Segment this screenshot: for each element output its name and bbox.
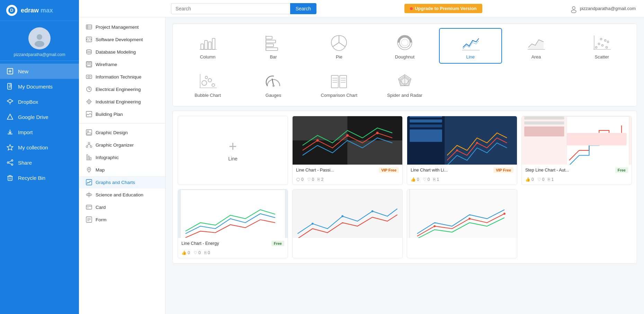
template-card-7[interactable]: Sales of Top Mobile Brands	[407, 189, 517, 258]
category-graphic-organizer[interactable]: Graphic Organizer	[79, 139, 165, 151]
svg-marker-12	[7, 114, 13, 119]
category-building-plan[interactable]: Building Plan	[79, 108, 165, 120]
sidebar-item-my-documents[interactable]: My Documents	[0, 79, 79, 94]
svg-point-16	[7, 162, 9, 163]
category-information-technique[interactable]: Information Technique	[79, 71, 165, 83]
plus-square-icon	[6, 67, 14, 75]
bp-icon	[86, 111, 92, 117]
sidebar-item-share[interactable]: Share	[0, 155, 79, 170]
template-line-energy[interactable]: Line Chart Your result here Line Chart -…	[178, 189, 288, 258]
chart-type-gauges[interactable]: Gauges	[242, 66, 305, 102]
svg-rect-58	[88, 156, 90, 160]
chart-type-column[interactable]: Column	[176, 28, 239, 64]
category-graphic-design[interactable]: Graphic Design	[79, 126, 165, 139]
sidebar-item-my-collection[interactable]: My collection	[0, 140, 79, 155]
svg-point-54	[90, 146, 92, 148]
chart-panel: Column Bar Pie	[166, 17, 644, 314]
chart-type-comparison[interactable]: Comparison Chart	[307, 66, 370, 102]
info-icon	[86, 154, 92, 160]
chart-type-scatter[interactable]: Scatter	[570, 28, 633, 64]
search-button[interactable]: Search	[290, 3, 316, 14]
chart-types-row1: Column Bar Pie	[176, 28, 633, 64]
sidebar-item-dropbox[interactable]: DropBox	[0, 94, 79, 109]
svg-rect-78	[266, 40, 276, 43]
chart-type-bubble[interactable]: Bubble Chart	[176, 66, 239, 102]
category-infographic[interactable]: Infographic	[79, 151, 165, 164]
sidebar-label-my-collection: My collection	[18, 145, 48, 150]
svg-rect-80	[266, 48, 278, 50]
svg-rect-73	[205, 40, 207, 49]
template-stats-passive: 0 ♡ 0 ⎘ 2	[293, 176, 402, 185]
template-card-6[interactable]	[292, 189, 403, 258]
chart-type-area[interactable]: Area	[505, 28, 568, 64]
template-line-chart-passive[interactable]: Add Your Title Here Your Text Your Text	[292, 116, 403, 185]
pm-icon	[86, 24, 92, 30]
category-graphs-and-charts[interactable]: Graphs and Charts	[79, 176, 165, 188]
svg-line-56	[89, 144, 91, 146]
upgrade-button[interactable]: Upgrade to Premium Version	[404, 4, 482, 13]
header-user-email: pizzandparatha@gmail.com	[580, 6, 636, 11]
category-map[interactable]: Map	[79, 164, 165, 176]
template-info-energy: Line Chart - Energy Free	[178, 238, 288, 249]
template-step-line[interactable]: Add Your Title Here	[521, 116, 632, 185]
category-industrial-engineering[interactable]: Industrial Engineering	[79, 95, 165, 108]
it-icon	[86, 74, 92, 80]
svg-point-52	[88, 142, 90, 144]
sidebar-label-my-documents: My Documents	[18, 84, 53, 90]
chart-type-doughnut[interactable]: Doughnut	[373, 28, 436, 64]
svg-point-53	[86, 146, 88, 148]
templates-section: + Line Add Your Title Her	[172, 111, 637, 264]
category-wireframe[interactable]: Wireframe	[79, 58, 165, 71]
template-create-new[interactable]: + Line	[178, 116, 288, 185]
category-software-development[interactable]: Software Development	[79, 33, 165, 46]
profile-area: pizzandparatha@gmail.com	[0, 21, 79, 61]
area-chart-icon	[527, 34, 545, 52]
svg-rect-20	[8, 176, 12, 181]
sidebar-item-recycle-bin[interactable]: Recycle Bin	[0, 170, 79, 185]
column-label: Column	[200, 54, 215, 59]
category-science-and-education[interactable]: Science and Education	[79, 188, 165, 201]
svg-rect-79	[266, 44, 274, 47]
template-thumb-7: Sales of Top Mobile Brands	[407, 190, 517, 238]
sidebar-label-new: New	[18, 68, 28, 74]
file-icon	[6, 83, 14, 90]
chart-type-pie[interactable]: Pie	[307, 28, 370, 64]
chart-type-bar[interactable]: Bar	[242, 28, 305, 64]
svg-rect-59	[90, 157, 91, 160]
svg-text:D: D	[10, 8, 13, 13]
template-thumb-li: Add Your Title Here	[407, 116, 517, 165]
category-project-management[interactable]: Project Management	[79, 21, 165, 33]
template-stats-energy: 👍 0 ♡ 0 ⎘ 0	[178, 249, 288, 258]
sidebar-item-google-drive[interactable]: Google Drive	[0, 109, 79, 124]
bar-chart-icon	[265, 34, 283, 52]
sd-icon	[86, 36, 92, 43]
scatter-chart-icon	[593, 34, 611, 52]
category-electrical-engineering[interactable]: Electrical Engineering	[79, 83, 165, 95]
svg-point-42	[87, 100, 91, 103]
template-title-step: Step Line Chart - Aut...	[525, 168, 615, 173]
category-card[interactable]: Card	[79, 201, 165, 213]
template-badge-energy: Free	[271, 241, 284, 246]
category-database-modeling[interactable]: Database Modeling	[79, 46, 165, 58]
spider-label: Spider and Radar	[387, 93, 422, 98]
chart-type-line[interactable]: Line	[439, 28, 502, 64]
sidebar-item-import[interactable]: Import	[0, 124, 79, 140]
sidebar-label-share: Share	[18, 160, 32, 166]
chart-type-spider[interactable]: Spider and Radar	[373, 66, 436, 102]
category-form[interactable]: Form	[79, 213, 165, 226]
upgrade-dot	[410, 7, 413, 10]
svg-rect-139	[410, 129, 442, 142]
svg-rect-145	[524, 117, 564, 120]
template-info-li: Line Chart with Li... VIP Free	[407, 165, 517, 176]
svg-point-32	[87, 50, 91, 52]
sidebar-nav: New My Documents DropBox Google Drive	[0, 61, 79, 188]
ee-icon	[86, 86, 92, 92]
template-line-chart-li[interactable]: Add Your Title Here	[407, 116, 517, 185]
svg-line-55	[87, 144, 89, 146]
svg-point-98	[202, 81, 207, 85]
svg-rect-126	[348, 140, 403, 165]
svg-point-101	[205, 76, 207, 79]
template-thumb-6	[293, 190, 402, 238]
sidebar-item-new[interactable]: New	[0, 64, 79, 79]
search-input[interactable]	[171, 3, 290, 14]
